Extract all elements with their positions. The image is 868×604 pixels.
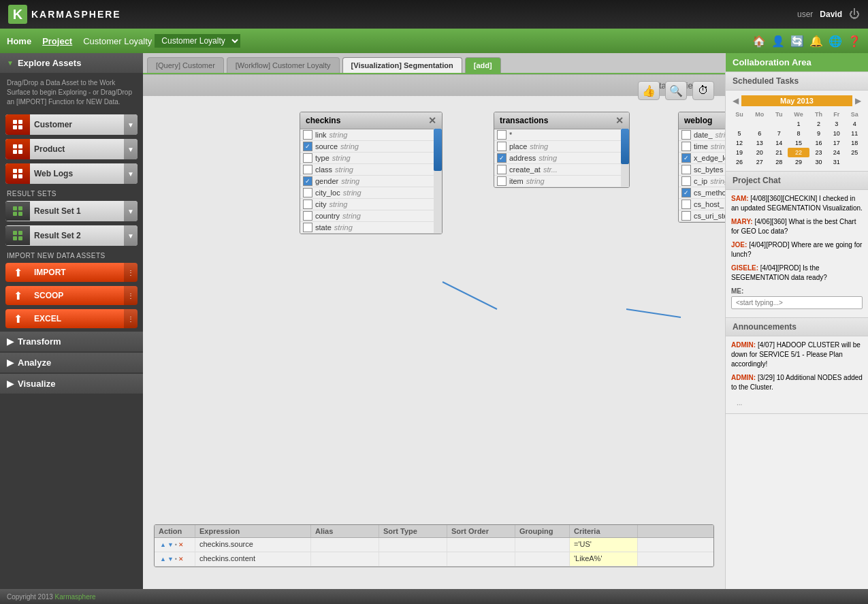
result-set-2-expand-icon[interactable]: ▼ bbox=[124, 225, 138, 246]
dot-icon-2[interactable]: • bbox=[175, 556, 177, 562]
cal-day[interactable]: 27 bbox=[749, 157, 770, 167]
checkbox-cs-uri[interactable] bbox=[681, 211, 691, 221]
cal-day[interactable]: 21 bbox=[770, 148, 788, 157]
cal-day[interactable]: 10 bbox=[828, 129, 846, 138]
cal-day[interactable]: 15 bbox=[788, 138, 809, 148]
result-set-1-btn[interactable]: Result Set 1 ▼ bbox=[5, 201, 138, 221]
cal-day-today[interactable]: 22 bbox=[788, 148, 809, 157]
cal-day[interactable] bbox=[730, 119, 749, 129]
transactions-scrollbar[interactable] bbox=[621, 129, 629, 187]
cal-day[interactable]: 12 bbox=[730, 138, 749, 148]
cal-day[interactable]: 29 bbox=[788, 157, 809, 167]
checkbox-address[interactable] bbox=[497, 153, 507, 163]
cal-day[interactable]: 18 bbox=[846, 138, 864, 148]
tab-query-customer[interactable]: [Query] Customer bbox=[147, 57, 224, 73]
checkbox-c-ip[interactable] bbox=[681, 176, 691, 186]
cal-day[interactable] bbox=[749, 119, 770, 129]
move-up-icon[interactable]: ▲ bbox=[160, 541, 166, 548]
cal-day[interactable]: 17 bbox=[828, 138, 846, 148]
checkbox-time[interactable] bbox=[681, 142, 691, 151]
cal-day[interactable]: 16 bbox=[809, 138, 828, 148]
user-nav-icon[interactable]: 👤 bbox=[771, 35, 785, 48]
cal-day[interactable]: 8 bbox=[788, 129, 809, 138]
tab-workflow[interactable]: [Workflow] Customer Loyalty bbox=[227, 57, 340, 73]
weblogs-asset-btn[interactable]: Web Logs ▼ bbox=[5, 163, 138, 184]
delete-icon[interactable]: ✕ bbox=[178, 541, 184, 548]
checkbox-type[interactable] bbox=[303, 153, 312, 163]
cal-day[interactable]: 11 bbox=[846, 129, 864, 138]
cal-next-icon[interactable]: ▶ bbox=[852, 95, 864, 107]
weblogs-expand-icon[interactable]: ▼ bbox=[124, 163, 138, 184]
cal-day[interactable]: 20 bbox=[749, 148, 770, 157]
excel-btn[interactable]: ⬆ EXCEL ⋮ bbox=[5, 309, 138, 328]
cal-day[interactable]: 28 bbox=[770, 157, 788, 167]
transform-header[interactable]: ▶ Transform bbox=[0, 332, 143, 351]
cal-day[interactable]: 19 bbox=[730, 148, 749, 157]
cal-prev-icon[interactable]: ◀ bbox=[730, 95, 741, 107]
cal-day[interactable]: 5 bbox=[730, 129, 749, 138]
checkbox-cs-method[interactable] bbox=[681, 188, 691, 197]
result-set-2-btn[interactable]: Result Set 2 ▼ bbox=[5, 225, 138, 246]
nav-home[interactable]: Home bbox=[7, 36, 31, 46]
cal-day[interactable]: 6 bbox=[749, 129, 770, 138]
globe-nav-icon[interactable]: 🌐 bbox=[829, 35, 842, 48]
checkbox-city-loc[interactable] bbox=[303, 188, 312, 197]
cal-day[interactable]: 13 bbox=[749, 138, 770, 148]
checkbox-city[interactable] bbox=[303, 200, 312, 209]
nav-project[interactable]: Project bbox=[42, 36, 72, 46]
checkbox-country[interactable] bbox=[303, 211, 312, 221]
cal-day[interactable]: 23 bbox=[809, 148, 828, 157]
analyze-header[interactable]: ▶ Analyze bbox=[0, 353, 143, 372]
dot-icon[interactable]: • bbox=[175, 541, 177, 548]
cal-day[interactable]: 14 bbox=[770, 138, 788, 148]
delete-icon-2[interactable]: ✕ bbox=[178, 556, 184, 562]
cal-day[interactable]: 1 bbox=[788, 119, 809, 129]
transactions-close[interactable]: ✕ bbox=[615, 115, 624, 126]
cal-day[interactable]: 30 bbox=[809, 157, 828, 167]
move-up-icon-2[interactable]: ▲ bbox=[160, 556, 166, 562]
checkbox-item[interactable] bbox=[497, 176, 507, 186]
checkbox-star[interactable] bbox=[497, 130, 507, 140]
checkbox-place[interactable] bbox=[497, 142, 507, 151]
cal-day[interactable]: 25 bbox=[846, 148, 864, 157]
help-nav-icon[interactable]: ❓ bbox=[848, 35, 861, 48]
cal-day[interactable] bbox=[770, 119, 788, 129]
cal-day[interactable]: 3 bbox=[828, 119, 846, 129]
cal-day[interactable]: 4 bbox=[846, 119, 864, 129]
move-down-icon-2[interactable]: ▼ bbox=[167, 556, 174, 562]
refresh-nav-icon[interactable]: 🔄 bbox=[790, 35, 804, 48]
product-expand-icon[interactable]: ▼ bbox=[124, 139, 138, 159]
scoop-dots-icon[interactable]: ⋮ bbox=[124, 286, 138, 305]
checkbox-sc-bytes[interactable] bbox=[681, 165, 691, 174]
tab-add[interactable]: [add] bbox=[465, 57, 501, 73]
checkbox-class[interactable] bbox=[303, 165, 312, 174]
cal-day[interactable]: 9 bbox=[809, 129, 828, 138]
home-nav-icon[interactable]: 🏠 bbox=[752, 35, 766, 48]
checkbox-link[interactable] bbox=[303, 130, 312, 140]
explore-assets-header[interactable]: ▼ Explore Assets bbox=[0, 53, 143, 73]
notification-nav-icon[interactable]: 🔔 bbox=[809, 35, 823, 48]
excel-dots-icon[interactable]: ⋮ bbox=[124, 309, 138, 328]
chat-input[interactable] bbox=[731, 296, 863, 309]
checkins-close[interactable]: ✕ bbox=[428, 115, 436, 126]
checkbox-create-at[interactable] bbox=[497, 165, 507, 174]
checkbox-state[interactable] bbox=[303, 223, 312, 232]
clock-btn[interactable]: ⏱ bbox=[692, 81, 714, 100]
product-asset-btn[interactable]: Product ▼ bbox=[5, 139, 138, 159]
customer-asset-btn[interactable]: Customer ▼ bbox=[5, 114, 138, 135]
cal-day[interactable]: 7 bbox=[770, 129, 788, 138]
checkbox-date[interactable] bbox=[681, 130, 691, 140]
result-set-1-expand-icon[interactable]: ▼ bbox=[124, 201, 138, 221]
checkbox-source[interactable] bbox=[303, 142, 312, 151]
announcements-more[interactable]: ... bbox=[731, 396, 863, 409]
import-dots-icon[interactable]: ⋮ bbox=[124, 263, 138, 282]
scoop-btn[interactable]: ⬆ SCOOP ⋮ bbox=[5, 286, 138, 305]
checkbox-x-edge[interactable] bbox=[681, 153, 691, 163]
cal-day[interactable] bbox=[846, 157, 864, 167]
cal-day[interactable]: 26 bbox=[730, 157, 749, 167]
import-btn[interactable]: ⬆ IMPORT ⋮ bbox=[5, 263, 138, 282]
cal-day[interactable]: 24 bbox=[828, 148, 846, 157]
tab-visualization[interactable]: [Visualization] Segmentation bbox=[342, 57, 462, 73]
power-icon[interactable]: ⏻ bbox=[849, 8, 860, 20]
checkbox-gender[interactable] bbox=[303, 176, 312, 186]
